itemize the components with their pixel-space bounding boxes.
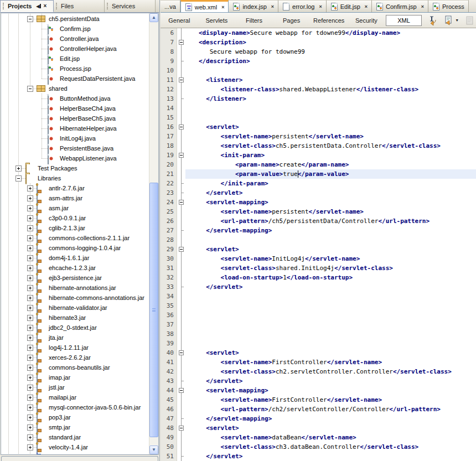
code-line-7[interactable]: 7 <description> [161,38,476,47]
code-line-17[interactable]: 17 <servlet-name>persistent</servlet-nam… [161,132,476,141]
view-button-general[interactable]: General [161,17,198,24]
code-line-49[interactable]: 49 <servlet-name>dataBean</servlet-name> [161,433,476,442]
fold-collapse-icon[interactable] [177,198,185,207]
code-text[interactable]: <servlet> [185,245,476,254]
code-line-31[interactable]: 31 <servlet-class>shared.InitLog4j</serv… [161,263,476,273]
view-button-filters[interactable]: Filters [235,17,273,24]
code-text[interactable] [185,235,476,245]
code-text[interactable]: <description> [185,38,476,47]
collapse-toggle-icon[interactable] [27,86,33,92]
expand-toggle-icon[interactable] [27,365,33,371]
expand-toggle-icon[interactable] [27,385,33,391]
expand-toggle-icon[interactable] [27,415,33,421]
code-text[interactable]: </servlet-mapping> [185,414,476,423]
expand-toggle-icon[interactable] [27,405,33,411]
code-line-12[interactable]: 12 <listener-class>shared.WebappListener… [161,85,476,94]
code-text[interactable]: </servlet> [185,452,476,461]
code-text[interactable]: <param-name>create</param-name> [185,160,476,169]
editor-tab-edit-jsp[interactable]: Edit.jsp× [327,0,372,13]
code-line-50[interactable]: 50 <servlet-class>ch3.dataBean.Controlle… [161,442,476,452]
tree-item-process-jsp[interactable]: Process.jsp [1,64,149,74]
code-text[interactable]: <servlet-name>persistent</servlet-name> [185,132,476,141]
expand-toggle-icon[interactable] [27,424,33,431]
code-text[interactable]: <servlet-mapping> [185,386,476,395]
editor-tab-va[interactable]: ...va [161,0,180,13]
expand-toggle-icon[interactable] [27,255,33,261]
scroll-up-button[interactable]: ▲ [149,13,158,22]
tree-item-hibernate-annotations-jar[interactable]: hibernate-annotations.jar [1,283,149,293]
expand-toggle-icon[interactable] [27,215,33,221]
tree-item-commons-logging-1-0-4-jar[interactable]: commons-logging-1.0.4.jar [1,243,149,253]
tree-item-c3p0-0-9-1-jar[interactable]: c3p0-0.9.1.jar [1,213,149,223]
code-line-23[interactable]: 23 </servlet> [161,188,476,198]
tree-item-commons-collections-2-1-1-jar[interactable]: commons-collections-2.1.1.jar [1,233,149,243]
code-text[interactable]: <servlet-mapping> [185,198,476,207]
tree-item-requestdatapersistent-java[interactable]: RequestDataPersistent.java [1,74,149,84]
tree-item-hibernate-validator-jar[interactable]: hibernate-validator.jar [1,303,149,313]
left-tab-services[interactable]: Services [105,0,156,12]
left-tab-projects[interactable]: Projects◀× [0,0,54,12]
close-tab-icon[interactable]: × [271,4,274,9]
code-line-43[interactable]: 43 </servlet> [161,376,476,386]
tree-item-edit-jsp[interactable]: Edit.jsp [1,54,149,64]
code-text[interactable]: </servlet> [185,376,476,386]
code-line-45[interactable]: 45 <servlet-name>FirstController</servle… [161,395,476,405]
code-text[interactable]: <param-value>true</param-value> [185,169,476,179]
tree-item-buttonmethod-java[interactable]: ButtonMethod.java [1,94,149,103]
expand-toggle-icon[interactable] [27,285,33,291]
code-line-20[interactable]: 20 <param-name>create</param-name> [161,160,476,169]
fold-collapse-icon[interactable] [177,423,185,433]
collapse-toggle-icon[interactable] [15,175,22,182]
code-text[interactable] [185,310,476,320]
scroll-down-button[interactable]: ▼ [149,446,158,454]
tree-item-standard-jar[interactable]: standard.jar [1,432,149,442]
tree-item-asm-jar[interactable]: asm.jar [1,203,149,213]
code-text[interactable]: <servlet-name>persistent</servlet-name> [185,207,476,216]
code-line-15[interactable]: 15 [161,113,476,122]
code-text[interactable]: <servlet-class>ch5.persistentData.Contro… [185,141,476,151]
code-text[interactable]: <servlet-class>ch2.servletController.Con… [185,367,476,376]
code-text[interactable]: </servlet> [185,282,476,292]
expand-toggle-icon[interactable] [27,375,33,381]
tree-item-controllerhelper-java[interactable]: ControllerHelper.java [1,44,149,54]
tree-item-shared[interactable]: shared [1,84,149,94]
tree-item-helperbasech5-java[interactable]: HelperBaseCh5.java [1,113,149,123]
tree-item-asm-attrs-jar[interactable]: asm-attrs.jar [1,193,149,203]
code-line-25[interactable]: 25 <servlet-name>persistent</servlet-nam… [161,207,476,216]
editor-tab-index-jsp[interactable]: index.jsp× [229,0,278,13]
code-text[interactable] [185,339,476,348]
expand-toggle-icon[interactable] [27,185,33,191]
code-line-40[interactable]: 40 <servlet> [161,348,476,358]
expand-toggle-icon[interactable] [27,335,33,341]
tree-item-velocity-1-4-jar[interactable]: velocity-1.4.jar [1,442,149,452]
code-line-51[interactable]: 51 </servlet> [161,452,476,461]
code-line-44[interactable]: 44 <servlet-mapping> [161,386,476,395]
code-text[interactable] [185,113,476,122]
tree-item-controller-java[interactable]: Controller.java [1,34,149,44]
code-text[interactable] [185,329,476,339]
tree-item-dom4j-1-6-1-jar[interactable]: dom4j-1.6.1.jar [1,253,149,263]
tree-item-hibernate3-jar[interactable]: hibernate3.jar [1,313,149,323]
expand-toggle-icon[interactable] [27,245,33,251]
collapse-toggle-icon[interactable] [27,16,33,22]
code-text[interactable]: <load-on-startup>1</load-on-startup> [185,273,476,282]
code-line-33[interactable]: 33 </servlet> [161,282,476,292]
expand-toggle-icon[interactable] [27,454,33,455]
tree-item-webapplistener-java[interactable]: WebappListener.java [1,153,149,163]
code-line-29[interactable]: 29 <servlet> [161,245,476,254]
code-text[interactable]: <servlet-class>shared.InitLog4j</servlet… [185,263,476,273]
code-line-46[interactable]: 46 <url-pattern>/ch2/servletController/C… [161,405,476,414]
code-line-21[interactable]: 21 <param-value>true</param-value> [161,169,476,179]
code-text[interactable]: <servlet-class>ch3.dataBean.Controller</… [185,442,476,452]
code-text[interactable] [185,103,476,113]
tree-item-cglib-2-1-3-jar[interactable]: cglib-2.1.3.jar [1,223,149,233]
fold-collapse-icon[interactable] [177,348,185,358]
tree-item-jstl-jar[interactable]: jstl.jar [1,382,149,392]
expand-toggle-icon[interactable] [27,325,33,331]
code-line-47[interactable]: 47 </servlet-mapping> [161,414,476,423]
code-line-10[interactable]: 10 [161,66,476,75]
code-text[interactable]: <init-param> [185,151,476,160]
code-text[interactable]: Secure webapp for tdowne99 [185,47,476,56]
code-text[interactable]: <listener> [185,75,476,85]
code-line-36[interactable]: 36 [161,310,476,320]
